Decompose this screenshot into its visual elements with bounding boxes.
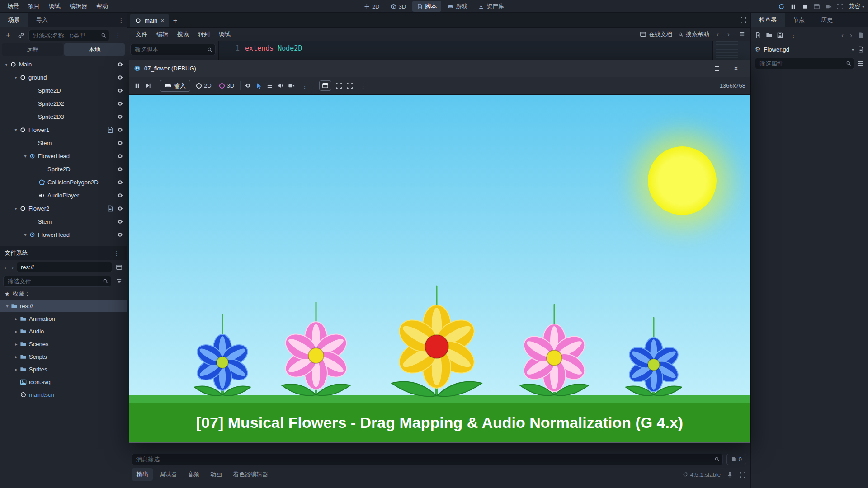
size-options-icon[interactable]: ⋮ <box>357 82 369 89</box>
scene-tree-row[interactable]: ▾ ground <box>0 71 127 84</box>
tab-node[interactable]: 节点 <box>785 13 813 27</box>
visibility-eye-icon[interactable] <box>117 192 123 199</box>
movie-mode-icon[interactable] <box>825 3 832 10</box>
visibility-eye-icon[interactable] <box>117 205 123 212</box>
toggle-split-icon[interactable] <box>114 262 124 272</box>
embed-game-button[interactable] <box>319 80 331 91</box>
script-filter-input[interactable] <box>130 44 216 55</box>
next-frame-icon[interactable] <box>145 82 151 89</box>
scene-tree-row[interactable]: Sprite2D3 <box>0 110 127 123</box>
game-viewport[interactable]: [07] Musical Flowers - Drag Mapping & Au… <box>129 95 750 442</box>
sort-files-icon[interactable] <box>114 276 124 286</box>
inspector-forward-icon[interactable]: › <box>849 31 854 39</box>
maximize-button[interactable] <box>708 60 726 77</box>
inspector-back-icon[interactable]: ‹ <box>840 31 845 39</box>
workspace-script[interactable]: 脚本 <box>412 1 441 12</box>
menu-debug[interactable]: 调试 <box>44 0 65 12</box>
misc-run-icon[interactable] <box>837 3 844 10</box>
property-filter-input[interactable] <box>755 58 854 69</box>
menu-help[interactable]: 帮助 <box>92 0 113 12</box>
script-panel-toggle-icon[interactable] <box>737 29 747 40</box>
visibility-eye-icon[interactable] <box>117 218 123 225</box>
expand-arrow[interactable]: ▾ <box>3 62 10 67</box>
expand-arrow[interactable]: ▾ <box>4 304 11 309</box>
scene-tree-row[interactable]: Sprite2D <box>0 163 127 176</box>
filesystem-row[interactable]: main.tscn <box>0 388 127 401</box>
keep-aspect-icon[interactable] <box>335 82 342 89</box>
visibility-eye-icon[interactable] <box>117 100 123 107</box>
menu-debug[interactable]: 调试 <box>214 29 235 40</box>
scene-tree-row[interactable]: AudioPlayer <box>0 189 127 202</box>
stop-icon[interactable] <box>802 3 808 10</box>
scene-filter-input[interactable] <box>28 30 109 41</box>
fullscreen-icon[interactable] <box>346 82 353 89</box>
filesystem-row[interactable]: icon.svg <box>0 375 127 388</box>
filter-options-icon[interactable] <box>857 60 864 67</box>
visibility-eye-icon[interactable] <box>117 113 123 120</box>
file-filter-input[interactable] <box>3 276 111 287</box>
visibility-eye-icon[interactable] <box>117 179 123 186</box>
panel-debugger[interactable]: 调试器 <box>155 468 181 481</box>
workspace-3d[interactable]: 3D <box>386 2 411 11</box>
input-mode-button[interactable]: 输入 <box>160 80 190 92</box>
save-resource-icon[interactable] <box>777 32 783 38</box>
menu-search[interactable]: 搜索 <box>173 29 193 40</box>
script-attached-icon[interactable] <box>107 127 113 133</box>
expand-arrow[interactable]: ▾ <box>12 127 19 132</box>
nav-forward-icon[interactable]: › <box>10 263 15 271</box>
filesystem-menu-icon[interactable]: ⋮ <box>111 249 123 257</box>
close-button[interactable]: × <box>726 60 745 77</box>
filesystem-row[interactable]: ▸ Animation <box>0 312 127 325</box>
visibility-eye-icon[interactable] <box>117 61 123 68</box>
visibility-eye-icon[interactable] <box>117 127 123 133</box>
expand-arrow[interactable]: ▾ <box>12 75 19 80</box>
nav-back-icon[interactable]: ‹ <box>3 263 8 271</box>
scene-tree-row[interactable]: Sprite2D2 <box>0 97 127 110</box>
scene-tree-menu-icon[interactable]: ⋮ <box>112 32 124 39</box>
workspace-game[interactable]: 游戏 <box>443 1 472 12</box>
scene-tree-row[interactable]: CollisionPolygon2D <box>0 176 127 189</box>
filesystem-row[interactable]: ▾ res:// <box>0 300 127 312</box>
open-script-icon[interactable] <box>857 46 864 53</box>
scene-tree-row[interactable]: Stem <box>0 136 127 150</box>
search-help-button[interactable]: 搜索帮助 <box>678 30 709 38</box>
load-resource-icon[interactable] <box>766 32 773 38</box>
online-docs-button[interactable]: 在线文档 <box>640 30 672 38</box>
attached-script-row[interactable]: ⚙ Flower.gd ▾ <box>751 42 868 56</box>
object-docs-icon[interactable] <box>857 32 864 38</box>
new-tab-button[interactable]: + <box>169 14 181 27</box>
instance-scene-button[interactable] <box>16 30 26 41</box>
expand-panel-icon[interactable] <box>739 471 746 478</box>
restart-icon[interactable] <box>778 3 785 10</box>
history-back-icon[interactable]: ‹ <box>715 30 720 38</box>
visibility-eye-icon[interactable] <box>117 140 123 146</box>
game-debug-window[interactable]: 07_flower (DEBUG) — × 输入 2D 3D ⋮ ⋮ 1366x… <box>129 60 750 443</box>
resource-menu-icon[interactable]: ⋮ <box>788 31 799 38</box>
history-forward-icon[interactable]: › <box>726 30 731 38</box>
mute-audio-icon[interactable] <box>277 82 284 89</box>
pause-icon[interactable] <box>790 3 797 10</box>
expand-arrow[interactable]: ▸ <box>13 367 20 372</box>
script-attached-icon[interactable] <box>107 205 113 212</box>
menu-edit[interactable]: 编辑 <box>152 29 173 40</box>
tab-import[interactable]: 导入 <box>28 13 56 27</box>
dock-menu-icon[interactable]: ⋮ <box>115 16 127 23</box>
tab-remote[interactable]: 远程 <box>2 43 63 56</box>
workspace-assetlib[interactable]: 资产库 <box>474 1 509 12</box>
path-box[interactable]: res:// <box>17 262 112 272</box>
menu-scene[interactable]: 场景 <box>3 0 24 12</box>
renderer-select[interactable]: 兼容▾ <box>849 2 864 10</box>
expand-arrow[interactable]: ▾ <box>12 206 19 211</box>
visibility-eye-icon[interactable] <box>117 166 123 173</box>
workspace-2d[interactable]: 2D <box>359 2 384 11</box>
expand-arrow[interactable]: ▸ <box>13 316 20 321</box>
visibility-icon[interactable] <box>245 82 251 89</box>
mode-3d-button[interactable]: 3D <box>217 81 236 90</box>
expand-arrow[interactable]: ▸ <box>13 354 20 359</box>
expand-arrow[interactable]: ▸ <box>13 329 20 334</box>
tab-main-script[interactable]: main × <box>130 14 169 27</box>
filesystem-row[interactable]: ▸ Scripts <box>0 350 127 363</box>
filesystem-row[interactable]: ▸ Audio <box>0 325 127 338</box>
pause-game-icon[interactable] <box>134 82 141 89</box>
expand-arrow[interactable]: ▸ <box>13 342 20 347</box>
